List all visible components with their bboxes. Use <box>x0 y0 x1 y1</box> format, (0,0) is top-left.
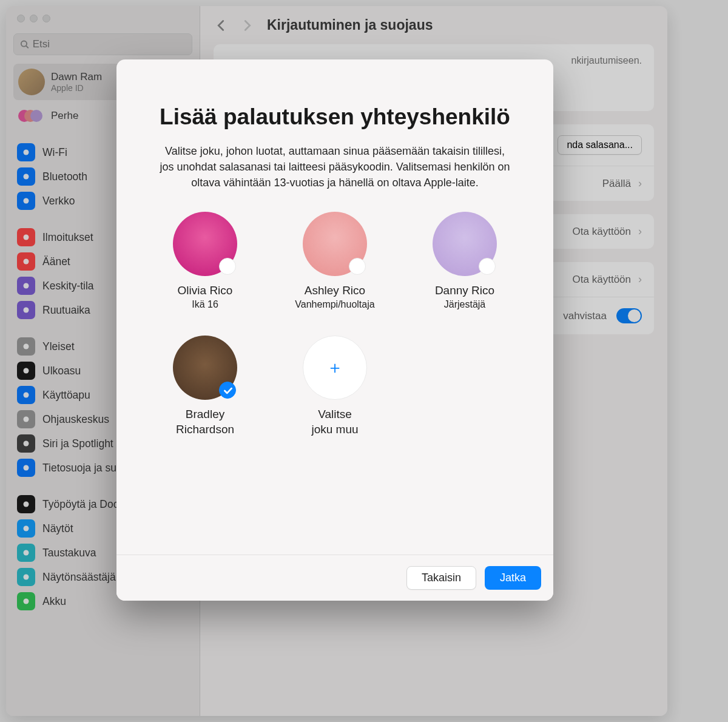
person-option[interactable]: Ashley RicoVanhempi/huoltaja <box>277 212 393 311</box>
recovery-contact-modal: Lisää palautuksen yhteyshenkilö Valitse … <box>116 59 553 601</box>
choose-other-label: Valitse joku muu <box>311 407 358 437</box>
person-option[interactable]: Danny RicoJärjestäjä <box>406 212 523 311</box>
modal-description: Valitse joku, johon luotat, auttamaan si… <box>159 143 511 191</box>
person-option[interactable]: Bradley Richardson <box>147 336 263 437</box>
avatar <box>303 212 367 276</box>
checkmark-icon <box>223 385 234 396</box>
person-name: Danny Rico <box>435 283 494 299</box>
person-name: Olivia Rico <box>178 283 233 299</box>
person-role: Järjestäjä <box>444 299 485 310</box>
avatar <box>173 212 237 276</box>
avatar <box>433 212 497 276</box>
person-role: Vanhempi/huoltaja <box>295 299 374 310</box>
person-name: Bradley Richardson <box>176 407 234 437</box>
person-option[interactable]: Olivia RicoIkä 16 <box>147 212 263 311</box>
person-name: Ashley Rico <box>305 283 365 299</box>
choose-other-button[interactable]: ＋Valitse joku muu <box>277 336 393 437</box>
modal-title: Lisää palautuksen yhteyshenkilö <box>160 103 510 131</box>
person-role: Ikä 16 <box>192 299 218 310</box>
continue-button[interactable]: Jatka <box>485 566 541 590</box>
back-button[interactable]: Takaisin <box>406 566 476 590</box>
plus-icon: ＋ <box>303 336 367 400</box>
avatar <box>173 336 237 400</box>
people-grid: Olivia RicoIkä 16Ashley RicoVanhempi/huo… <box>147 212 523 437</box>
modal-footer: Takaisin Jatka <box>116 555 553 601</box>
